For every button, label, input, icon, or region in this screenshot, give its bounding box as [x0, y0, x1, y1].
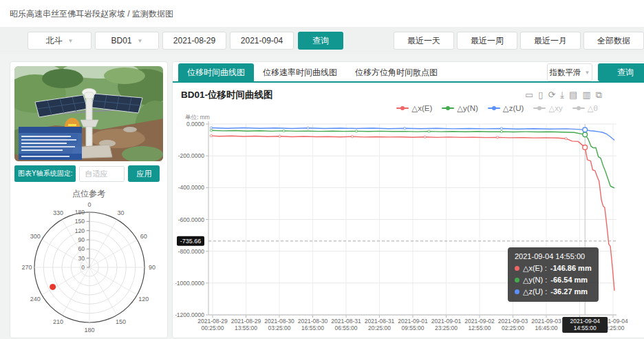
- svg-text:2021-08-29: 2021-08-29: [231, 318, 261, 325]
- svg-text:00:25:00: 00:25:00: [201, 325, 224, 331]
- svg-text:-800.0000: -800.0000: [178, 248, 205, 255]
- svg-text:90: 90: [149, 264, 155, 271]
- chart-tab-bar: 位移时间曲线图位移速率时间曲线图位移方位角时间散点图 指数平滑 ▼ 查询: [173, 62, 644, 83]
- displacement-time-chart[interactable]: 2021-08-2900:25:002021-08-2913:55:002021…: [175, 114, 635, 338]
- legend-marker-icon: [488, 107, 500, 109]
- point-reference-polar-chart: 0306090120150180210240270300330030609012…: [12, 201, 165, 338]
- quick-range-button-2[interactable]: 最近一月: [520, 32, 581, 50]
- apply-button[interactable]: 应用: [128, 165, 160, 182]
- legend-item-3[interactable]: △xy: [533, 103, 562, 113]
- top-toolbar: 北斗 ▼ BD01 ▼ 2021-08-29 2021-09-04 查询 最近一…: [0, 27, 644, 54]
- quick-range-button-3[interactable]: 全部数据: [583, 32, 644, 50]
- legend-item-2[interactable]: △z(U): [488, 103, 524, 113]
- chart-area: 2021-08-2900:25:002021-08-2913:55:002021…: [175, 114, 644, 338]
- station-value: BD01: [111, 36, 132, 45]
- svg-text:16:55:00: 16:55:00: [301, 325, 324, 331]
- svg-text:06:55:00: 06:55:00: [334, 325, 357, 331]
- end-date-input[interactable]: 2021-09-04: [230, 32, 294, 50]
- svg-text:-1200.0000: -1200.0000: [175, 311, 204, 318]
- svg-text:60: 60: [78, 245, 85, 252]
- chart-tabs: 位移时间曲线图位移速率时间曲线图位移方位角时间散点图: [178, 63, 447, 81]
- svg-text:16:45:00: 16:45:00: [535, 325, 557, 331]
- quick-range-button-0[interactable]: 最近一天: [394, 32, 454, 50]
- quick-range-button-1[interactable]: 最近一周: [457, 32, 517, 50]
- chevron-down-icon: ▼: [68, 38, 74, 44]
- tab-0[interactable]: 位移时间曲线图: [178, 63, 254, 81]
- svg-text:330: 330: [53, 209, 63, 216]
- station-select[interactable]: BD01 ▼: [95, 32, 159, 50]
- svg-text:150: 150: [75, 218, 85, 225]
- quick-range-group: 最近一天最近一周最近一月全部数据: [394, 32, 644, 50]
- svg-text:0: 0: [87, 201, 91, 208]
- svg-text:12:55:00: 12:55:00: [468, 325, 491, 331]
- svg-text:2021-09-03: 2021-09-03: [498, 318, 528, 325]
- svg-text:-735.66: -735.66: [180, 238, 202, 245]
- chart-legend: △x(E)△y(N)△z(U)△xy△θ: [173, 102, 644, 114]
- svg-text:2021-09-02: 2021-09-02: [464, 318, 495, 325]
- svg-text:03:25:00: 03:25:00: [268, 325, 290, 331]
- zoom-reset-icon[interactable]: ▯: [538, 90, 543, 100]
- tab-1[interactable]: 位移速率时间曲线图: [254, 63, 346, 81]
- legend-marker-icon: [572, 107, 585, 109]
- end-date-value: 2021-09-04: [241, 36, 283, 45]
- svg-text:120: 120: [138, 296, 149, 302]
- svg-text:2021-08-29: 2021-08-29: [197, 318, 228, 325]
- svg-text:2021-08-30: 2021-08-30: [264, 318, 294, 325]
- svg-text:14:55:00: 14:55:00: [574, 325, 597, 331]
- svg-text:180: 180: [84, 327, 94, 333]
- svg-text:13:55:00: 13:55:00: [235, 325, 257, 331]
- y-axis-fix-row: 图表Y轴系统固定: 应用: [14, 165, 163, 182]
- mark-line-label: -735.66: [177, 236, 204, 246]
- stack-switch-icon[interactable]: ⧉: [596, 90, 602, 100]
- chevron-down-icon: ▼: [138, 38, 143, 44]
- zoom-select-icon[interactable]: ▭: [525, 90, 533, 100]
- svg-text:-200.0000: -200.0000: [178, 152, 205, 159]
- svg-text:180: 180: [75, 209, 85, 216]
- query-button[interactable]: 查询: [298, 32, 343, 50]
- chart-query-button[interactable]: 查询: [598, 63, 644, 81]
- svg-text:90: 90: [78, 236, 85, 243]
- breadcrumb: 昭乐高速串丝至佛耳岩段赵家坡 / 监测数据图: [0, 0, 644, 27]
- series-line-0: [210, 134, 614, 291]
- svg-text:300: 300: [30, 233, 41, 240]
- svg-text:20:25:00: 20:25:00: [368, 325, 391, 331]
- point-reference-title: 点位参考: [10, 188, 167, 200]
- station-panel: 图表Y轴系统固定: 应用 点位参考 0306090120150180210240…: [10, 61, 168, 338]
- download-icon[interactable]: ⤓: [560, 90, 564, 100]
- smoothing-value: 指数平滑: [550, 68, 581, 78]
- station-photo: [14, 66, 163, 161]
- svg-text:2021-08-30: 2021-08-30: [298, 318, 328, 325]
- device-type-value: 北斗: [46, 35, 63, 47]
- legend-item-4[interactable]: △θ: [572, 103, 598, 113]
- y-axis-fix-label: 图表Y轴系统固定:: [14, 165, 76, 182]
- svg-text:-600.0000: -600.0000: [178, 216, 205, 223]
- chart-grid: 2021-08-2900:25:002021-08-2913:55:002021…: [175, 121, 628, 331]
- svg-text:2021-08-31: 2021-08-31: [331, 318, 361, 325]
- svg-text:60: 60: [140, 233, 147, 240]
- legend-item-0[interactable]: △x(E): [396, 103, 432, 113]
- chevron-down-icon: ▼: [585, 70, 590, 76]
- content: 图表Y轴系统固定: 应用 点位参考 0306090120150180210240…: [10, 61, 644, 338]
- svg-text:2021-09-04: 2021-09-04: [570, 318, 600, 325]
- start-date-input[interactable]: 2021-08-29: [162, 32, 226, 50]
- svg-text:30: 30: [78, 255, 85, 262]
- device-type-select[interactable]: 北斗 ▼: [28, 32, 92, 50]
- svg-text:0.0000: 0.0000: [186, 121, 204, 127]
- svg-text:09:55:00: 09:55:00: [401, 325, 424, 331]
- axis-pointer-label: 2021-09-0414:55:00: [562, 317, 608, 333]
- tab-2[interactable]: 位移方位角时间散点图: [346, 63, 447, 81]
- chart-toolbox: ▭▯⟳⤓▤▥⧉: [525, 90, 602, 100]
- data-view-icon[interactable]: ▤: [569, 90, 577, 100]
- legend-marker-icon: [442, 107, 454, 109]
- chart-switch-icon[interactable]: ▥: [582, 90, 590, 100]
- legend-item-1[interactable]: △y(N): [442, 103, 478, 113]
- svg-text:2021-09-01: 2021-09-01: [398, 318, 428, 325]
- restore-icon[interactable]: ⟳: [548, 90, 555, 100]
- smoothing-select[interactable]: 指数平滑 ▼: [547, 63, 592, 81]
- polar-data-point: [50, 284, 56, 290]
- svg-text:0: 0: [81, 264, 85, 271]
- svg-text:-400.0000: -400.0000: [178, 184, 205, 191]
- svg-text:2021-09-01: 2021-09-01: [431, 318, 462, 325]
- y-axis-mode-input[interactable]: [79, 166, 125, 182]
- start-date-value: 2021-08-29: [173, 36, 215, 45]
